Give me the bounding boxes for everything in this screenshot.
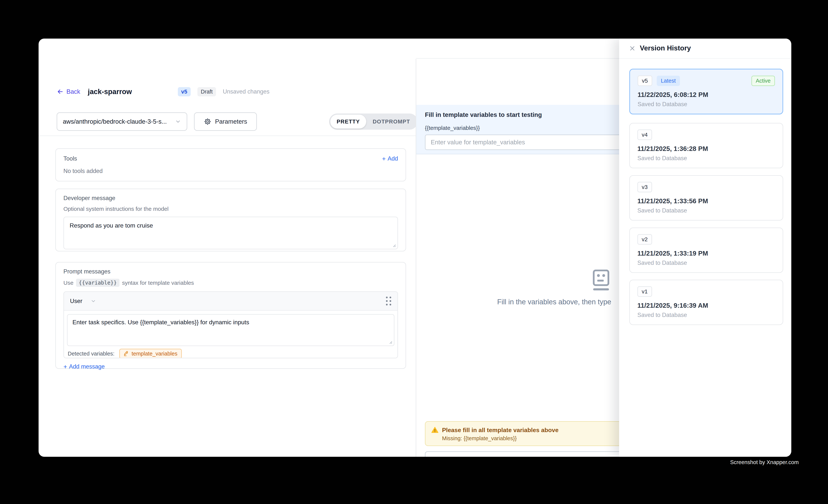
plus-icon: + bbox=[64, 364, 67, 370]
close-icon bbox=[629, 45, 636, 52]
chevron-down-icon bbox=[175, 119, 181, 125]
detected-variables-label: Detected variables: bbox=[68, 351, 114, 357]
version-card-v5[interactable]: v5 Latest Active 11/22/2025, 6:08:12 PM … bbox=[629, 69, 783, 115]
version-card-v3[interactable]: v3 11/21/2025, 1:33:56 PM Saved to Datab… bbox=[629, 175, 783, 220]
version-status: Saved to Database bbox=[637, 155, 775, 162]
version-history-title: Version History bbox=[640, 44, 691, 52]
developer-message-description: Optional system instructions for the mod… bbox=[64, 206, 398, 212]
model-select[interactable]: aws/anthropic/bedrock-claude-3-5-s... bbox=[57, 112, 187, 131]
tools-empty-text: No tools added bbox=[64, 168, 398, 174]
header-badges: v5 Draft Unsaved changes bbox=[178, 87, 270, 96]
model-name: aws/anthropic/bedrock-claude-3-5-s... bbox=[63, 118, 167, 125]
chevron-down-icon bbox=[90, 298, 96, 304]
add-message-label: Add message bbox=[69, 363, 105, 370]
app-window: Back jack-sparrow v5 Draft Unsaved chang… bbox=[39, 39, 791, 457]
version-badge: v5 bbox=[178, 87, 191, 96]
add-message-button[interactable]: + Add message bbox=[64, 363, 398, 370]
version-card-v4[interactable]: v4 11/21/2025, 1:36:28 PM Saved to Datab… bbox=[629, 123, 783, 168]
back-label: Back bbox=[67, 88, 80, 95]
gear-icon bbox=[204, 118, 211, 125]
version-status: Saved to Database bbox=[637, 259, 775, 266]
warning-triangle-icon bbox=[431, 426, 439, 434]
screenshot-canvas: Back jack-sparrow v5 Draft Unsaved chang… bbox=[0, 0, 828, 504]
version-number-badge: v2 bbox=[637, 234, 652, 245]
variable-value-input[interactable] bbox=[425, 134, 634, 150]
prompt-messages-label: Prompt messages bbox=[64, 268, 398, 275]
add-tool-label: Add bbox=[388, 155, 398, 162]
version-timestamp: 11/21/2025, 1:33:19 PM bbox=[637, 250, 775, 257]
test-panel: Fill in template variables to start test… bbox=[416, 39, 619, 457]
version-number-badge: v3 bbox=[637, 182, 652, 192]
warning-detail: Missing: {{template_variables}} bbox=[442, 435, 622, 442]
toolbar-divider bbox=[39, 135, 416, 136]
latest-badge: Latest bbox=[657, 76, 680, 86]
version-number-badge: v1 bbox=[637, 286, 652, 297]
parameters-button[interactable]: Parameters bbox=[194, 112, 257, 131]
detected-variable-name: template_variables bbox=[131, 351, 177, 357]
hint-prefix: Use bbox=[64, 280, 73, 286]
draft-badge: Draft bbox=[197, 87, 216, 96]
prompt-messages-card: Prompt messages Use {{variable}} syntax … bbox=[55, 262, 406, 369]
message-textarea[interactable]: Enter task specifics. Use {{template_var… bbox=[67, 314, 395, 346]
detected-variable-chip[interactable]: template_variables bbox=[119, 349, 181, 359]
version-timestamp: 11/21/2025, 1:36:28 PM bbox=[637, 145, 775, 153]
banner-title: Fill in template variables to start test… bbox=[425, 111, 542, 118]
version-number-badge: v4 bbox=[637, 129, 652, 140]
developer-message-textarea[interactable]: Respond as you are tom cruise bbox=[64, 217, 398, 249]
pencil-icon bbox=[124, 351, 129, 356]
arrow-left-icon bbox=[57, 88, 64, 95]
version-timestamp: 11/21/2025, 9:16:39 AM bbox=[637, 302, 775, 309]
format-toggle: PRETTY DOTPROMPT bbox=[329, 114, 418, 130]
active-badge: Active bbox=[751, 76, 775, 86]
test-panel-header bbox=[416, 39, 619, 59]
version-number-badge: v5 bbox=[637, 76, 652, 86]
drag-handle-icon[interactable] bbox=[386, 297, 391, 306]
version-status: Saved to Database bbox=[637, 207, 775, 214]
developer-message-label: Developer message bbox=[64, 195, 398, 202]
version-history-panel: Version History v5 Latest Active 11/22/2… bbox=[619, 39, 791, 457]
version-timestamp: 11/22/2025, 6:08:12 PM bbox=[637, 91, 775, 98]
role-select[interactable]: User bbox=[70, 298, 96, 304]
version-status: Saved to Database bbox=[637, 312, 775, 319]
prompt-editor-panel: Back jack-sparrow v5 Draft Unsaved chang… bbox=[39, 39, 416, 457]
toggle-option-dotprompt[interactable]: DOTPROMPT bbox=[366, 115, 416, 129]
version-header-divider bbox=[619, 58, 791, 59]
empty-state-text: Fill in the variables above, then type bbox=[497, 298, 611, 306]
tools-card: Tools + Add No tools added bbox=[55, 148, 406, 181]
version-card-v2[interactable]: v2 11/21/2025, 1:33:19 PM Saved to Datab… bbox=[629, 227, 783, 273]
message-block: User Enter task specifics. Use {{templat… bbox=[64, 291, 398, 358]
message-header: User bbox=[64, 292, 398, 311]
developer-message-card: Developer message Optional system instru… bbox=[55, 188, 406, 251]
role-label: User bbox=[70, 298, 82, 304]
close-button[interactable] bbox=[627, 43, 637, 53]
xnapper-watermark: Screenshot by Xnapper.com bbox=[730, 459, 799, 465]
detected-variables-row: Detected variables: template_variables bbox=[68, 349, 182, 358]
page-title: jack-sparrow bbox=[88, 88, 132, 96]
add-tool-button[interactable]: + Add bbox=[382, 155, 398, 162]
version-timestamp: 11/21/2025, 1:33:56 PM bbox=[637, 197, 775, 205]
version-card-v1[interactable]: v1 11/21/2025, 9:16:39 AM Saved to Datab… bbox=[629, 280, 783, 325]
tools-label: Tools bbox=[64, 155, 77, 162]
parameters-label: Parameters bbox=[215, 118, 247, 125]
editor-header: Back jack-sparrow v5 Draft Unsaved chang… bbox=[57, 86, 270, 98]
warning-title: Please fill in all template variables ab… bbox=[442, 427, 558, 434]
template-variables-banner: Fill in template variables to start test… bbox=[416, 105, 619, 154]
variable-syntax-chip: {{variable}} bbox=[76, 279, 119, 287]
variable-name-label: {{template_variables}} bbox=[425, 125, 480, 131]
hint-suffix: syntax for template variables bbox=[122, 280, 194, 286]
template-syntax-hint: Use {{variable}} syntax for template var… bbox=[64, 279, 398, 287]
back-button[interactable]: Back bbox=[57, 88, 80, 95]
bot-face-icon bbox=[592, 269, 610, 291]
warning-banner: Please fill in all template variables ab… bbox=[425, 421, 628, 446]
chat-input-box[interactable] bbox=[425, 451, 634, 457]
version-status: Saved to Database bbox=[637, 101, 775, 108]
plus-icon: + bbox=[382, 156, 386, 162]
toggle-option-pretty[interactable]: PRETTY bbox=[330, 115, 366, 129]
unsaved-changes-label: Unsaved changes bbox=[223, 88, 270, 95]
